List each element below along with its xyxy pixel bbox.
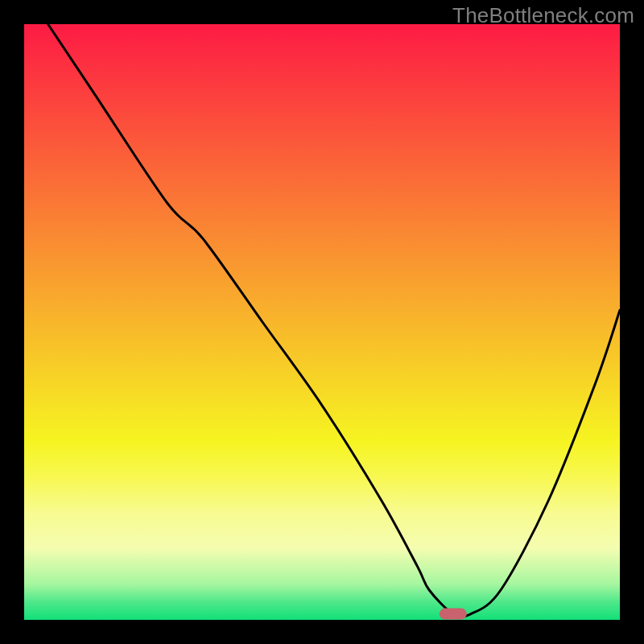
plot-area bbox=[24, 24, 620, 620]
chart-frame: TheBottleneck.com bbox=[0, 0, 644, 644]
plot-svg bbox=[24, 24, 620, 620]
gradient-background bbox=[24, 24, 620, 620]
optimum-marker bbox=[440, 609, 467, 620]
